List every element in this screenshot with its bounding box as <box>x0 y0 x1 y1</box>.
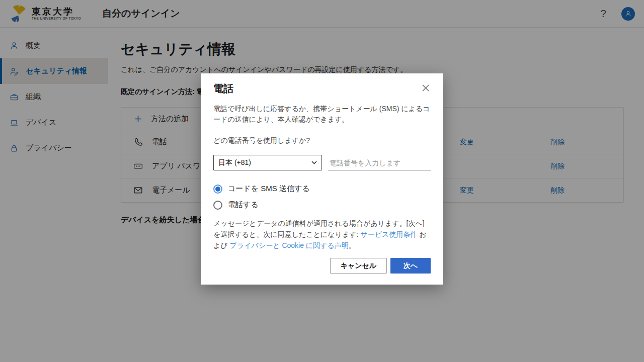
radio-sms-label: コードを SMS 送信する <box>228 184 310 194</box>
phone-number-input[interactable] <box>328 155 431 170</box>
verification-method-radios: コードを SMS 送信する 電話する <box>213 184 431 210</box>
radio-option-sms[interactable]: コードを SMS 送信する <box>213 184 431 194</box>
terms-of-service-link[interactable]: サービス使用条件 <box>360 230 417 238</box>
radio-call-label: 電話する <box>228 200 259 210</box>
phone-dialog: 電話 電話で呼び出しに応答するか、携帯ショートメール (SMS) によるコードの… <box>201 73 443 285</box>
radio-selected-icon <box>213 185 222 194</box>
country-code-dropdown[interactable]: 日本 (+81) <box>213 155 322 170</box>
cancel-button[interactable]: キャンセル <box>330 258 387 274</box>
country-code-selected: 日本 (+81) <box>218 158 251 167</box>
phone-number-question: どの電話番号を使用しますか? <box>213 136 431 145</box>
radio-unselected-icon <box>213 201 222 210</box>
radio-option-call[interactable]: 電話する <box>213 200 431 210</box>
terms-notice: メッセージとデータの通信料が適用される場合があります。[次へ] を選択すると、次… <box>213 218 431 251</box>
dialog-title: 電話 <box>213 82 233 95</box>
privacy-cookie-statement-link[interactable]: プライバシーと Cookie に関する声明。 <box>230 241 356 249</box>
close-icon[interactable] <box>421 83 431 95</box>
chevron-down-icon <box>311 161 317 164</box>
next-button[interactable]: 次へ <box>390 258 431 274</box>
dialog-description: 電話で呼び出しに応答するか、携帯ショートメール (SMS) によるコードの送信に… <box>213 104 431 125</box>
